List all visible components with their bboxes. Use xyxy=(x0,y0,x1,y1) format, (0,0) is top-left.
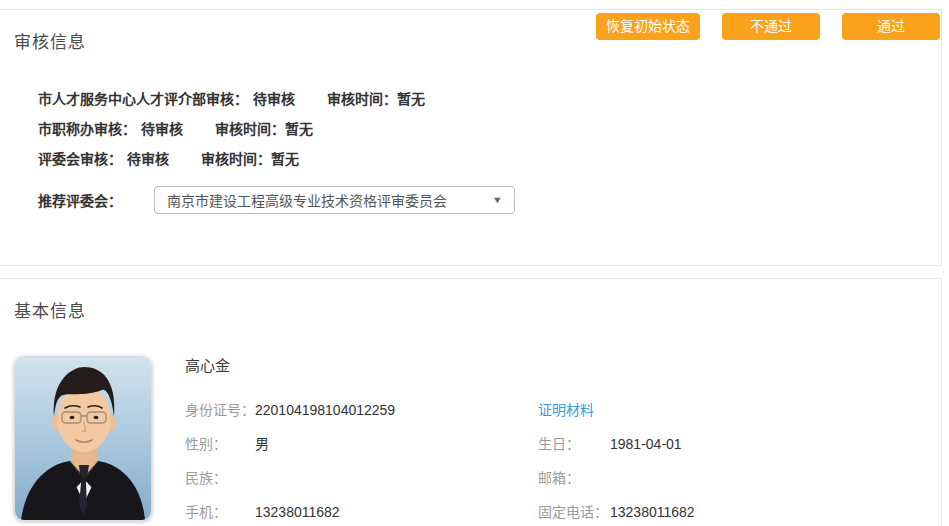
audit-action-buttons: 恢复初始状态 不通过 通过 xyxy=(596,13,940,40)
recommended-committee-label: 推荐评委会： xyxy=(38,190,122,210)
field-label: 固定电话： xyxy=(538,505,610,520)
audit-time-label: 审核时间： xyxy=(215,121,285,137)
restore-initial-state-button[interactable]: 恢复初始状态 xyxy=(596,13,700,40)
audit-row-committee: 评委会审核：待审核审核时间：暂无 xyxy=(38,152,941,166)
audit-row-label: 市人才服务中心人才评介部审核： xyxy=(38,91,248,107)
audit-time-value: 暂无 xyxy=(285,121,313,137)
field-ethnicity: 民族： xyxy=(185,471,538,486)
audit-status: 待审核 xyxy=(253,91,295,107)
field-label: 身份证号： xyxy=(185,403,255,418)
field-value: 13238011682 xyxy=(255,504,340,520)
field-gender: 性别：男 xyxy=(185,437,538,452)
reject-button[interactable]: 不通过 xyxy=(722,13,820,40)
field-birthday: 生日：1981-04-01 xyxy=(538,437,941,452)
committee-select[interactable]: 南京市建设工程高级专业技术资格评审委员会 ▼ xyxy=(154,186,515,214)
person-name: 高心金 xyxy=(185,358,941,374)
chevron-down-icon: ▼ xyxy=(492,195,503,205)
audit-time-label: 审核时间： xyxy=(327,91,397,107)
field-value: 220104198104012259 xyxy=(255,402,395,418)
field-label: 民族： xyxy=(185,471,255,486)
audit-row-title-office: 市职称办审核：待审核审核时间：暂无 xyxy=(38,122,941,136)
field-label: 邮箱： xyxy=(538,471,610,486)
field-materials: 证明材料 xyxy=(538,403,941,418)
audit-status: 待审核 xyxy=(127,151,169,167)
field-label: 手机： xyxy=(185,505,255,520)
audit-row-label: 市职称办审核： xyxy=(38,121,136,137)
basic-info-section: 基本信息 xyxy=(0,278,942,526)
field-value: 13238011682 xyxy=(610,504,695,520)
field-value: 男 xyxy=(255,436,269,452)
fields-grid: 身份证号：220104198104012259 证明材料 性别：男 生日：198… xyxy=(185,403,941,526)
portrait-photo xyxy=(14,356,152,521)
audit-time-label: 审核时间： xyxy=(201,151,271,167)
recommended-committee-row: 推荐评委会： 南京市建设工程高级专业技术资格评审委员会 ▼ xyxy=(38,186,941,214)
basic-info-body: 高心金 身份证号：220104198104012259 证明材料 性别：男 生日… xyxy=(14,356,941,526)
audit-time-value: 暂无 xyxy=(271,151,299,167)
field-email: 邮箱： xyxy=(538,471,941,486)
field-value: 1981-04-01 xyxy=(610,436,682,452)
approve-button[interactable]: 通过 xyxy=(842,13,940,40)
basic-info-section-title: 基本信息 xyxy=(0,279,941,322)
audit-status-list: 市人才服务中心人才评介部审核：待审核审核时间：暂无 市职称办审核：待审核审核时间… xyxy=(38,92,941,166)
audit-section: 审核信息 恢复初始状态 不通过 通过 市人才服务中心人才评介部审核：待审核审核时… xyxy=(0,9,942,266)
field-label: 生日： xyxy=(538,437,610,452)
audit-status: 待审核 xyxy=(141,121,183,137)
proof-materials-link[interactable]: 证明材料 xyxy=(538,402,594,418)
review-page: 审核信息 恢复初始状态 不通过 通过 市人才服务中心人才评介部审核：待审核审核时… xyxy=(0,0,949,526)
committee-select-value: 南京市建设工程高级专业技术资格评审委员会 xyxy=(167,190,447,210)
field-id-number: 身份证号：220104198104012259 xyxy=(185,403,538,418)
portrait-photo-graphic xyxy=(15,357,151,520)
audit-row-label: 评委会审核： xyxy=(38,151,122,167)
basic-info-details: 高心金 身份证号：220104198104012259 证明材料 性别：男 生日… xyxy=(185,356,941,526)
field-label: 性别： xyxy=(185,437,255,452)
audit-row-talent-center: 市人才服务中心人才评介部审核：待审核审核时间：暂无 xyxy=(38,92,941,106)
field-landline: 固定电话：13238011682 xyxy=(538,505,941,520)
audit-time-value: 暂无 xyxy=(397,91,425,107)
field-mobile: 手机：13238011682 xyxy=(185,505,538,520)
